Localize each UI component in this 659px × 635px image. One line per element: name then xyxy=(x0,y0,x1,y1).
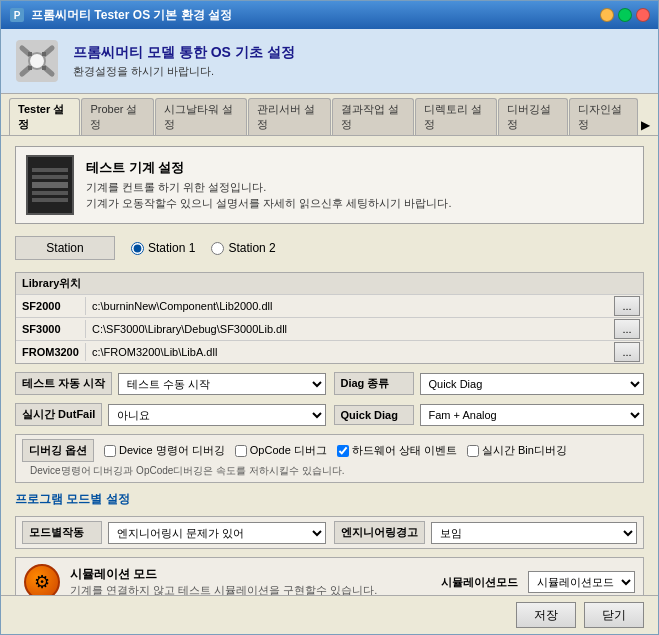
footer: 저장 닫기 xyxy=(1,595,658,634)
header: 프롬씨머티 모델 통한 OS 기초 설정 환경설정을 하시기 바랍니다. xyxy=(1,29,658,94)
header-subtitle: 환경설정을 하시기 바랍니다. xyxy=(73,64,295,79)
titlebar: P 프롬씨머티 Tester OS 기본 환경 설정 xyxy=(1,1,658,29)
tab-signal[interactable]: 시그날타워 설정 xyxy=(155,98,248,135)
svg-text:P: P xyxy=(14,10,21,21)
sf2000-key: SF2000 xyxy=(16,297,86,315)
station-radio-group: Station 1 Station 2 xyxy=(131,241,276,255)
from3200-browse-button[interactable]: ... xyxy=(614,342,640,362)
svg-rect-6 xyxy=(28,52,32,56)
mode-action-select[interactable]: 엔지니어링시 문제가 있어 항상 없음 xyxy=(108,522,326,544)
machine-section: 테스트 기계 설정 기계를 컨트롤 하기 위한 설정입니다. 기계가 오동작할수… xyxy=(15,146,644,224)
tab-design[interactable]: 디자인설정 xyxy=(569,98,638,135)
station-row: Station Station 1 Station 2 xyxy=(15,232,644,264)
header-text: 프롬씨머티 모델 통한 OS 기초 설정 환경설정을 하시기 바랍니다. xyxy=(73,44,295,79)
device-debug-checkbox[interactable]: Device 명령어 디버깅 xyxy=(104,443,225,458)
tab-manager[interactable]: 관리서버 설정 xyxy=(248,98,330,135)
debug-section: 디버깅 옵션 Device 명령어 디버깅 OpCode 디버그 하드웨어 상태… xyxy=(15,434,644,483)
sf2000-browse-button[interactable]: ... xyxy=(614,296,640,316)
tab-directory[interactable]: 디렉토리 설정 xyxy=(415,98,497,135)
realtime-bin-label: 실시간 Bin디버깅 xyxy=(482,443,567,458)
station1-radio[interactable]: Station 1 xyxy=(131,241,195,255)
program-mode-section: 모드별작동 엔지니어링시 문제가 있어 항상 없음 엔지니어링경고 보임 숨김 xyxy=(15,516,644,549)
program-mode-section-title: 프로그램 모드별 설정 xyxy=(15,491,644,508)
machine-slot-3 xyxy=(32,182,68,188)
mode-action-col: 모드별작동 엔지니어링시 문제가 있어 항상 없음 xyxy=(22,521,326,544)
test-auto-select[interactable]: 테스트 수동 시작 테스트 자동 시작 xyxy=(118,373,325,395)
svg-rect-8 xyxy=(28,66,32,70)
program-mode-title: 프로그램 모드별 설정 xyxy=(15,492,130,506)
realtime-bin-checkbox[interactable]: 실시간 Bin디버깅 xyxy=(467,443,567,458)
form-row-2: 실시간 DutFail 아니요 예 Quick Diag Fam + Analo… xyxy=(15,403,644,426)
station2-radio-input[interactable] xyxy=(211,242,224,255)
dutfail-col: 실시간 DutFail 아니요 예 xyxy=(15,403,326,426)
sim-mode-select[interactable]: 시뮬레이션모드 실제 기계 모드 xyxy=(528,571,635,593)
eng-alert-col: 엔지니어링경고 보임 숨김 xyxy=(334,521,638,544)
machine-icon xyxy=(26,155,74,215)
debug-note: Device명령어 디버깅과 OpCode디버깅은 속도를 저하시킬수 있습니다… xyxy=(22,464,637,478)
form-row-1: 테스트 자동 시작 테스트 수동 시작 테스트 자동 시작 Diag 종류 Qu… xyxy=(15,372,644,395)
sf3000-key: SF3000 xyxy=(16,320,86,338)
tab-bar: Tester 설정 Prober 설정 시그날타워 설정 관리서버 설정 결과작… xyxy=(1,94,658,136)
sf2000-value: c:\burninNew\Component\Lib2000.dll xyxy=(86,297,611,315)
tab-debug[interactable]: 디버깅설정 xyxy=(498,98,567,135)
header-title: 프롬씨머티 모델 통한 OS 기초 설정 xyxy=(73,44,295,62)
station2-label: Station 2 xyxy=(228,241,275,255)
tabs-more-arrow[interactable]: ▶ xyxy=(641,118,650,135)
close-button-footer[interactable]: 닫기 xyxy=(584,602,644,628)
from3200-value: c:\FROM3200\Lib\LibA.dll xyxy=(86,343,611,361)
quick-diag-select[interactable]: Fam + Analog Fam Only Analog Only xyxy=(420,404,645,426)
main-window: P 프롬씨머티 Tester OS 기본 환경 설정 프롬씨머티 모델 xyxy=(0,0,659,635)
tab-tester[interactable]: Tester 설정 xyxy=(9,98,80,135)
machine-slot-4 xyxy=(32,191,68,195)
library-row-sf3000: SF3000 C:\SF3000\Library\Debug\SF3000Lib… xyxy=(16,318,643,341)
realtime-bin-input[interactable] xyxy=(467,445,479,457)
sf3000-browse-button[interactable]: ... xyxy=(614,319,640,339)
dutfail-select[interactable]: 아니요 예 xyxy=(108,404,325,426)
save-button[interactable]: 저장 xyxy=(516,602,576,628)
machine-desc1: 기계를 컨트롤 하기 위한 설정입니다. xyxy=(86,180,451,195)
hw-event-checkbox[interactable]: 하드웨어 상태 이벤트 xyxy=(337,443,457,458)
machine-slot-2 xyxy=(32,175,68,179)
debug-label: 디버깅 옵션 xyxy=(22,439,94,462)
station2-radio[interactable]: Station 2 xyxy=(211,241,275,255)
opcode-debug-input[interactable] xyxy=(235,445,247,457)
opcode-debug-label: OpCode 디버그 xyxy=(250,443,327,458)
window-controls xyxy=(600,8,650,22)
station1-radio-input[interactable] xyxy=(131,242,144,255)
machine-desc2: 기계가 오동작할수 있으니 설명서를 자세히 읽으신후 세팅하시기 바랍니다. xyxy=(86,196,451,211)
diag-type-select[interactable]: Quick Diag Full Diag xyxy=(420,373,645,395)
tab-prober[interactable]: Prober 설정 xyxy=(81,98,153,135)
device-debug-input[interactable] xyxy=(104,445,116,457)
library-header-label: Library위치 xyxy=(22,276,142,291)
sim-desc: 기계를 연결하지 않고 테스트 시뮬레이션을 구현할수 있습니다. xyxy=(70,583,431,595)
station1-label: Station 1 xyxy=(148,241,195,255)
mode-action-label: 모드별작동 xyxy=(22,521,102,544)
diag-type-col: Diag 종류 Quick Diag Full Diag xyxy=(334,372,645,395)
eng-alert-select[interactable]: 보임 숨김 xyxy=(431,522,638,544)
minimize-button[interactable] xyxy=(600,8,614,22)
test-auto-col: 테스트 자동 시작 테스트 수동 시작 테스트 자동 시작 xyxy=(15,372,326,395)
library-row-from3200: FROM3200 c:\FROM3200\Lib\LibA.dll ... xyxy=(16,341,643,363)
diag-type-label: Diag 종류 xyxy=(334,372,414,395)
program-mode-row: 모드별작동 엔지니어링시 문제가 있어 항상 없음 엔지니어링경고 보임 숨김 xyxy=(22,521,637,544)
svg-rect-7 xyxy=(42,52,46,56)
sf3000-value: C:\SF3000\Library\Debug\SF3000Lib.dll xyxy=(86,320,611,338)
machine-slot-5 xyxy=(32,198,68,202)
station-label: Station xyxy=(15,236,115,260)
hw-event-label: 하드웨어 상태 이벤트 xyxy=(352,443,457,458)
hw-event-input[interactable] xyxy=(337,445,349,457)
library-section: Library위치 SF2000 c:\burninNew\Component\… xyxy=(15,272,644,364)
maximize-button[interactable] xyxy=(618,8,632,22)
close-button[interactable] xyxy=(636,8,650,22)
svg-rect-9 xyxy=(42,66,46,70)
tab-result[interactable]: 결과작업 설정 xyxy=(332,98,414,135)
simulation-section: ⚙ 시뮬레이션 모드 기계를 연결하지 않고 테스트 시뮬레이션을 구현할수 있… xyxy=(15,557,644,595)
opcode-debug-checkbox[interactable]: OpCode 디버그 xyxy=(235,443,327,458)
header-icon xyxy=(13,37,61,85)
library-header: Library위치 xyxy=(16,273,643,295)
window-title: 프롬씨머티 Tester OS 기본 환경 설정 xyxy=(31,7,594,24)
machine-text: 테스트 기계 설정 기계를 컨트롤 하기 위한 설정입니다. 기계가 오동작할수… xyxy=(86,159,451,211)
main-content: 테스트 기계 설정 기계를 컨트롤 하기 위한 설정입니다. 기계가 오동작할수… xyxy=(1,136,658,595)
sim-top: ⚙ 시뮬레이션 모드 기계를 연결하지 않고 테스트 시뮬레이션을 구현할수 있… xyxy=(24,564,635,595)
dutfail-label: 실시간 DutFail xyxy=(15,403,102,426)
